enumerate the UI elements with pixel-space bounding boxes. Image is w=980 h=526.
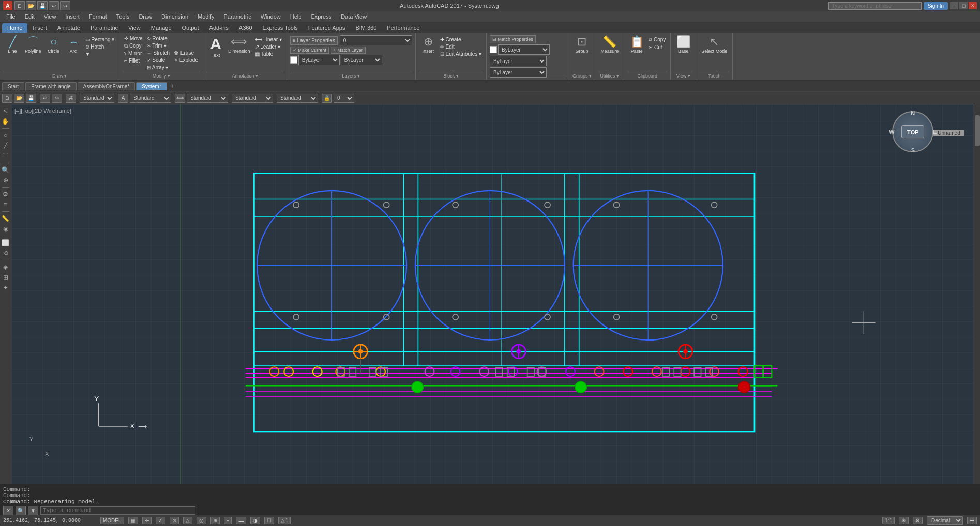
selection-btn[interactable]: ☐ xyxy=(264,517,274,524)
copy-clip-btn[interactable]: ⧉ Copy xyxy=(647,36,667,43)
circle-btn[interactable]: ○ Circle xyxy=(44,35,63,55)
menu-express[interactable]: Express xyxy=(307,12,336,21)
pan-btn[interactable]: ✋ xyxy=(1,117,10,126)
tab-featured-apps[interactable]: Featured Apps xyxy=(303,23,351,33)
search-box[interactable] xyxy=(828,2,922,10)
zoom-window-btn[interactable]: 🔍 xyxy=(1,165,10,175)
viewport-lt-btn[interactable]: ⬜ xyxy=(1,238,10,247)
layer-num-select[interactable]: 0 xyxy=(334,94,354,103)
undo-tb-btn[interactable]: ↩ xyxy=(40,94,50,103)
doc-tab-start[interactable]: Start xyxy=(2,82,24,90)
save-file-btn[interactable]: 💾 xyxy=(26,94,36,103)
drawing-canvas[interactable]: Y X ⟶ xyxy=(11,104,980,484)
ducs-btn[interactable]: ⊕ xyxy=(210,517,220,524)
3d-orbit-btn[interactable]: ⟲ xyxy=(1,249,10,258)
vertical-scrollbar[interactable] xyxy=(974,104,980,484)
undo-btn[interactable]: ↩ xyxy=(49,1,59,10)
menu-window[interactable]: Window xyxy=(257,12,285,21)
dim-style-btn[interactable]: ⟺ xyxy=(175,94,185,103)
minimize-btn[interactable]: ─ xyxy=(950,2,958,9)
misc-btn2[interactable]: ⊞ xyxy=(1,273,10,282)
zoom-extent-btn[interactable]: ⊕ xyxy=(1,176,10,185)
more-draw-btn[interactable]: ▼ xyxy=(84,51,116,57)
make-current-btn[interactable]: ✓ Make Current xyxy=(290,47,329,54)
viewport-style-select[interactable]: Standard xyxy=(232,94,273,103)
tab-performance[interactable]: Performance xyxy=(382,23,425,33)
window-controls[interactable]: ─ ◻ ✕ xyxy=(950,2,977,9)
leader-btn[interactable]: ↗ Leader ▾ xyxy=(253,43,283,50)
copy-btn[interactable]: ⧉ Copy xyxy=(123,42,144,50)
units-select[interactable]: Decimal xyxy=(927,516,963,525)
misc-btn1[interactable]: ◈ xyxy=(1,262,10,272)
layer-linetype-dropdown[interactable]: ByLayer xyxy=(341,55,382,65)
open-file-btn[interactable]: 📂 xyxy=(14,94,24,103)
layer-properties-btn[interactable]: ≡ Layer Properties xyxy=(290,36,338,45)
sign-in-btn[interactable]: Sign In xyxy=(924,2,948,10)
tab-addins[interactable]: Add-ins xyxy=(204,23,234,33)
hatch-btn[interactable]: ⊘ Hatch xyxy=(84,43,116,50)
draw-line-lt[interactable]: ╱ xyxy=(1,141,10,150)
array-btn[interactable]: ⊞ Array ▾ xyxy=(145,64,171,71)
scale-btn[interactable]: ⤢ Scale xyxy=(145,57,171,64)
compass-circle[interactable]: N S W E TOP xyxy=(892,111,933,152)
select-btn[interactable]: ↖ xyxy=(1,106,10,116)
create-block-btn[interactable]: ✚ Create xyxy=(439,36,483,43)
menu-file[interactable]: File xyxy=(2,12,20,21)
rotate-btn[interactable]: ↻ Rotate xyxy=(145,35,171,42)
menu-dataview[interactable]: Data View xyxy=(337,12,371,21)
tab-view[interactable]: View xyxy=(123,23,146,33)
move-btn[interactable]: ✛ Move xyxy=(123,35,144,42)
quick-access-toolbar[interactable]: 🗋 📂 💾 ↩ ↪ xyxy=(14,1,70,10)
workspace-select[interactable]: Standard xyxy=(80,94,114,103)
edit-attributes-btn[interactable]: ⊟ Edit Attributes ▾ xyxy=(439,51,483,57)
text-btn[interactable]: A Text xyxy=(206,35,225,59)
doc-tab-system[interactable]: System* xyxy=(136,82,167,90)
view-cube[interactable]: N S W E TOP Unnamed xyxy=(905,109,952,155)
command-search-btn[interactable]: 🔍 xyxy=(16,506,26,515)
scroll-thumb[interactable] xyxy=(975,115,980,146)
tab-output[interactable]: Output xyxy=(177,23,204,33)
lock-viewport-btn[interactable]: 🔒 xyxy=(322,94,332,103)
prop-lineweight-select[interactable]: ByLayer xyxy=(490,67,547,78)
measure-btn[interactable]: 📏 Measure xyxy=(598,35,621,55)
transparency-btn[interactable]: ◑ xyxy=(250,517,260,524)
canvas-area[interactable]: [–][Top][2D Wireframe] Y X xyxy=(11,104,980,484)
paste-btn[interactable]: 📋 Paste xyxy=(627,35,646,55)
menu-insert[interactable]: Insert xyxy=(61,12,84,21)
text-style-select[interactable]: Standard xyxy=(130,94,171,103)
insert-btn[interactable]: ⊕ Insert xyxy=(419,35,438,55)
tab-home[interactable]: Home xyxy=(2,23,27,33)
open-btn[interactable]: 📂 xyxy=(26,1,36,10)
erase-btn[interactable]: 🗑 Erase xyxy=(172,50,200,56)
tab-manage[interactable]: Manage xyxy=(146,23,177,33)
misc-btn3[interactable]: ✦ xyxy=(1,283,10,292)
annotative-btn[interactable]: 1:1 xyxy=(882,517,895,524)
named-view-label[interactable]: Unnamed xyxy=(933,130,964,136)
save-btn[interactable]: 💾 xyxy=(37,1,48,10)
menu-dimension[interactable]: Dimension xyxy=(157,12,192,21)
customization-btn[interactable]: ☰ xyxy=(967,517,977,524)
rectangle-btn[interactable]: ▭ Rectangle xyxy=(84,36,116,43)
edit-block-btn[interactable]: ✏ Edit xyxy=(439,43,483,50)
restore-btn[interactable]: ◻ xyxy=(959,2,968,9)
prop-linetype-select[interactable]: ByLayer xyxy=(490,56,547,66)
select-mode-btn[interactable]: ↖ Select Mode xyxy=(699,35,729,55)
doc-tab-frame[interactable]: Frame with angle xyxy=(25,82,77,90)
menu-help[interactable]: Help xyxy=(286,12,306,21)
viewport-scale-select[interactable]: Standard xyxy=(277,94,318,103)
layer-dropdown[interactable]: 0 xyxy=(340,35,412,45)
tab-express-tools[interactable]: Express Tools xyxy=(258,23,303,33)
mirror-btn[interactable]: ⫯ Mirror xyxy=(123,50,144,57)
ortho-btn[interactable]: ∠ xyxy=(156,517,165,524)
annotscale-btn[interactable]: △1 xyxy=(278,517,291,524)
redo-tb-btn[interactable]: ↪ xyxy=(52,94,62,103)
workspace-status-btn[interactable]: ☀ xyxy=(899,517,909,524)
draw-poly-lt[interactable]: ⌒ xyxy=(1,151,10,161)
dimension-btn[interactable]: ⟺ Dimension xyxy=(226,35,252,55)
snap-btn[interactable]: ✛ xyxy=(142,517,152,524)
layer-lt-btn[interactable]: ≡ xyxy=(1,200,10,209)
new-tab-btn[interactable]: + xyxy=(168,82,178,91)
polyline-btn[interactable]: ⌒ Polyline xyxy=(23,35,43,55)
menu-edit[interactable]: Edit xyxy=(21,12,39,21)
isodraft-btn[interactable]: ⚙ xyxy=(913,517,923,524)
